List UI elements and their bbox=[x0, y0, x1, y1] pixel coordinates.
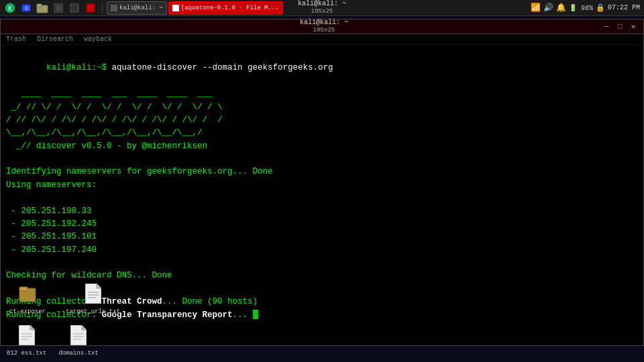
terminal-titlebar: kali@kali: ~ 105x25 ─ □ ✕ bbox=[1, 19, 643, 34]
battery-icon: 🔋 bbox=[569, 5, 577, 12]
icon-012-ess[interactable]: 012 ess.txt bbox=[7, 323, 46, 357]
taskbar-right: 📶 🔊 🔔 🔋 98% 🔒 07:22 PM bbox=[531, 3, 644, 13]
icon-target-urls[interactable]: target_urls.txt bbox=[66, 282, 120, 315]
ns-2: - 205.251.192.245 bbox=[6, 218, 638, 231]
ascii-art-1: ____ ____ ____ ___ ____ ____ ___ bbox=[6, 88, 638, 101]
cursor-blink bbox=[253, 310, 258, 319]
desktop: K ① bbox=[0, 0, 644, 362]
maximize-button[interactable]: □ bbox=[615, 22, 625, 32]
012-ess-icon bbox=[15, 323, 39, 347]
ascii-art-3: / // /\/ / /\/ / /\/ / /\/ / /\/ / /\/ /… bbox=[6, 114, 638, 127]
nav-trash[interactable]: Trash bbox=[6, 36, 26, 43]
lock-icon: 🔒 bbox=[596, 3, 605, 12]
checking-wildcard-line: Checking for wildcard DNS... Done bbox=[6, 269, 638, 282]
svg-rect-7 bbox=[56, 5, 61, 11]
task-btn-aquatone-label: [aquatone-0.1.0 - File M... bbox=[181, 5, 279, 11]
svg-marker-28 bbox=[82, 325, 87, 330]
domains-label: domains.txt bbox=[58, 350, 98, 357]
ns-3: - 205.251.195.101 bbox=[6, 231, 638, 243]
sys-icon-speaker: 🔊 bbox=[543, 3, 553, 13]
command-line: kali@kali:~$ aquatone-discover --domain … bbox=[6, 49, 638, 88]
012-ess-label: 012 ess.txt bbox=[7, 350, 46, 357]
task-btn-terminal-label: kali@kali: ~ bbox=[119, 5, 163, 11]
app-icon-box2[interactable] bbox=[67, 1, 82, 15]
battery-indicator: 🔋 98% bbox=[569, 4, 593, 12]
close-button[interactable]: ✕ bbox=[629, 22, 638, 32]
sys-icon-notification: 🔔 bbox=[556, 3, 566, 13]
svg-rect-11 bbox=[172, 5, 179, 11]
prompt: kali@kali:~$ bbox=[46, 63, 107, 72]
ct-exposer-icon bbox=[15, 282, 40, 306]
taskbar-top: K ① bbox=[0, 0, 644, 16]
battery-percent: 98% bbox=[581, 5, 593, 12]
window-user-host: kali@kali: ~ bbox=[298, 0, 346, 8]
blank-3 bbox=[6, 257, 638, 269]
app-icon-folder[interactable] bbox=[35, 1, 50, 15]
blank-2 bbox=[6, 192, 638, 204]
task-btn-aquatone[interactable]: [aquatone-0.1.0 - File M... bbox=[168, 1, 283, 15]
desktop-icons-row: 012 ess.txt domains.txt bbox=[0, 323, 201, 357]
command-text: aquatone-discover --domain geeksforgeeks… bbox=[107, 63, 333, 72]
ct-exposer-label: ct-exposer bbox=[9, 308, 46, 315]
app-icon-box1[interactable] bbox=[51, 1, 66, 15]
using-ns-line: Using nameservers: bbox=[6, 179, 638, 192]
icon-domains[interactable]: domains.txt bbox=[58, 323, 98, 357]
svg-marker-18 bbox=[97, 284, 101, 288]
time-display: 07:22 PM bbox=[608, 4, 640, 11]
svg-marker-23 bbox=[30, 325, 35, 330]
app-icon-2[interactable]: ① bbox=[19, 1, 34, 15]
svg-rect-9 bbox=[87, 4, 95, 12]
ascii-art-4: \__,/\__,/\__,/\__,/\__,/\__,/\__/\__,/ bbox=[6, 127, 638, 139]
domains-icon bbox=[66, 323, 91, 347]
nav-dirsearch[interactable]: Dirsearch bbox=[37, 36, 73, 43]
ascii-art-5: _// discover v0.5.0 - by @michenriksen bbox=[6, 140, 638, 153]
nav-bar: Trash Dirsearch wayback bbox=[1, 34, 643, 45]
ascii-art-2: _/ // \/ / \/ / \/ / \/ / \/ / \/ / \ bbox=[6, 101, 638, 114]
ns-1: - 205.251.198.33 bbox=[6, 205, 638, 218]
svg-rect-8 bbox=[70, 4, 78, 12]
svg-text:K: K bbox=[8, 5, 12, 12]
svg-text:①: ① bbox=[24, 5, 29, 11]
app-icon-red[interactable] bbox=[83, 1, 98, 15]
identifying-ns-line: Identifying nameservers for geeksforgeek… bbox=[6, 166, 638, 178]
ns-4: - 205.251.197.240 bbox=[6, 244, 638, 257]
target-urls-icon bbox=[81, 282, 105, 306]
target-urls-label: target_urls.txt bbox=[66, 308, 120, 315]
icon-ct-exposer[interactable]: ct-exposer bbox=[9, 282, 46, 315]
titlebar-size: 105x25 bbox=[313, 27, 335, 34]
svg-rect-10 bbox=[111, 5, 117, 11]
svg-rect-16 bbox=[19, 287, 28, 291]
task-btn-terminal[interactable]: kali@kali: ~ bbox=[107, 1, 167, 15]
taskbar-left: K ① bbox=[0, 1, 283, 15]
terminal-controls: ─ □ ✕ bbox=[602, 22, 638, 32]
titlebar-user: kali@kali: ~ bbox=[300, 19, 348, 27]
blank-1 bbox=[6, 153, 638, 166]
svg-rect-5 bbox=[37, 4, 42, 7]
minimize-button[interactable]: ─ bbox=[602, 22, 611, 32]
app-icon-kali[interactable]: K bbox=[3, 1, 17, 15]
nav-wayback[interactable]: wayback bbox=[84, 36, 112, 43]
desktop-shelf: ct-exposer target_urls.txt bbox=[0, 282, 134, 315]
sys-icon-network: 📶 bbox=[531, 3, 541, 13]
window-size: 105x25 bbox=[311, 8, 333, 15]
terminal-window-title-info: kali@kali: ~ 105x25 bbox=[298, 0, 346, 15]
